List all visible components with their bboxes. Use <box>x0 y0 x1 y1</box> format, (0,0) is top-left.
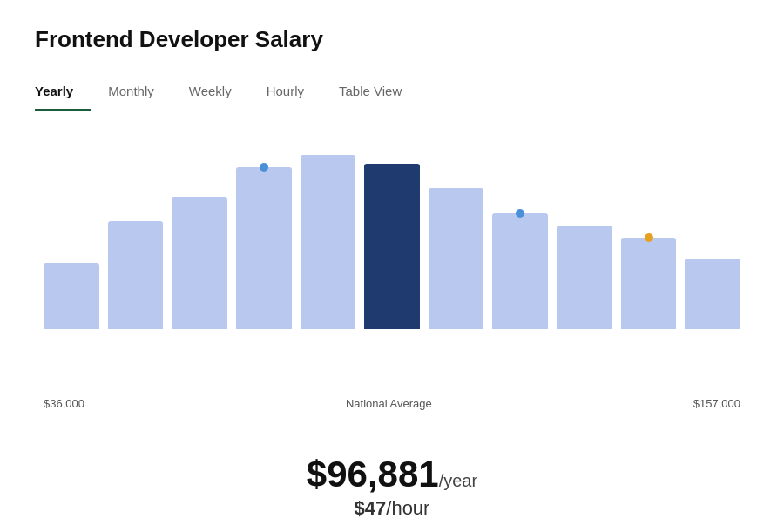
blue-dot-7 <box>516 209 524 218</box>
bar-wrapper-2 <box>172 197 227 329</box>
page-title: Frontend Developer Salary <box>35 26 749 53</box>
bar-9 <box>621 238 677 329</box>
hourly-period: /hour <box>386 497 429 519</box>
min-label: $36,000 <box>44 397 84 410</box>
axis-labels: $36,000 National Average $157,000 <box>35 390 749 410</box>
salary-hourly: $47/hour <box>35 497 749 520</box>
tab-yearly[interactable]: Yearly <box>35 75 91 111</box>
blue-dot-3 <box>260 163 268 172</box>
bar-4 <box>301 155 356 329</box>
tab-weekly[interactable]: Weekly <box>189 75 249 111</box>
bar-3 <box>236 167 292 329</box>
bar-wrapper-8 <box>557 226 612 329</box>
bar-2 <box>172 197 227 329</box>
national-avg-label: National Average <box>346 397 432 410</box>
tab-monthly[interactable]: Monthly <box>108 75 172 111</box>
bar-8 <box>557 226 612 329</box>
bar-wrapper-4 <box>301 155 356 329</box>
bar-5 <box>364 164 420 329</box>
salary-chart <box>35 138 749 381</box>
tab-hourly[interactable]: Hourly <box>267 75 321 111</box>
tab-bar: Yearly Monthly Weekly Hourly Table View <box>35 74 749 111</box>
bar-7 <box>492 213 548 329</box>
hourly-amount: $47 <box>355 497 387 519</box>
orange-dot-9 <box>645 233 653 242</box>
bar-6 <box>429 188 484 329</box>
bar-wrapper-7 <box>492 213 548 329</box>
bar-wrapper-10 <box>685 259 740 329</box>
bar-0 <box>44 263 99 329</box>
tab-tableview[interactable]: Table View <box>339 75 419 111</box>
bar-wrapper-9 <box>621 238 677 329</box>
salary-yearly: $96,881/year <box>35 454 749 495</box>
bar-wrapper-0 <box>44 263 99 329</box>
bars-container <box>35 138 749 329</box>
max-label: $157,000 <box>693 397 740 410</box>
yearly-amount: $96,881 <box>307 454 439 495</box>
bar-wrapper-5 <box>364 164 420 329</box>
bar-10 <box>685 259 740 329</box>
bar-1 <box>108 221 164 329</box>
bar-wrapper-3 <box>236 167 292 329</box>
chart-wrapper: $36,000 National Average $157,000 <box>35 138 749 410</box>
salary-display: $96,881/year $47/hour <box>35 454 749 520</box>
bar-wrapper-6 <box>429 188 484 329</box>
bar-wrapper-1 <box>108 221 164 329</box>
yearly-period: /year <box>439 471 477 490</box>
